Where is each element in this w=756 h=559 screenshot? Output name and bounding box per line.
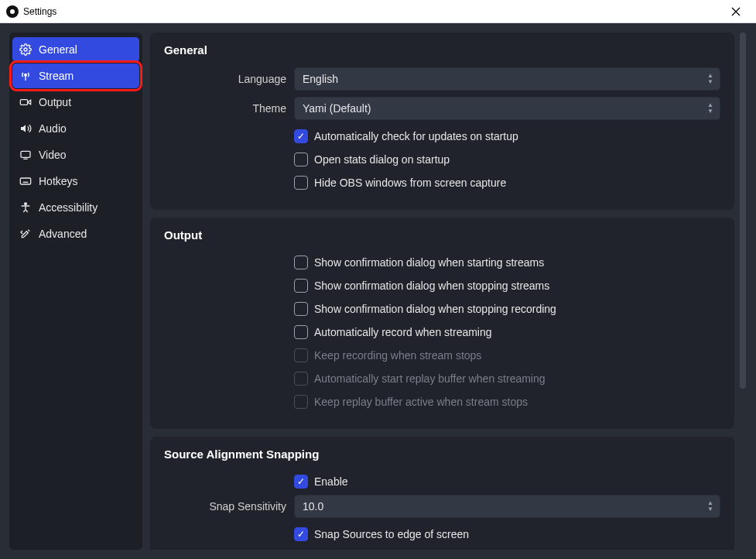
check-row: Open stats dialog on startup <box>164 149 720 170</box>
window-title: Settings <box>23 6 56 17</box>
sidebar-item-audio[interactable]: Audio <box>12 116 139 141</box>
gear-icon <box>19 43 32 56</box>
panel-snapping: Source Alignment Snapping ✓Enable Snap S… <box>150 437 734 550</box>
sidebar-item-label: Stream <box>39 70 74 82</box>
panel-title-general: General <box>164 43 720 57</box>
svg-rect-5 <box>21 151 30 157</box>
updown-icon[interactable] <box>704 497 717 516</box>
check-label: Show confirmation dialog when starting s… <box>314 256 544 269</box>
sidebar-item-label: Advanced <box>39 228 87 240</box>
settings-scroll: General Language English Theme Yami <box>150 33 734 550</box>
label-theme: Theme <box>164 102 286 115</box>
select-theme-value: Yami (Default) <box>303 102 371 115</box>
camera-icon <box>19 96 32 108</box>
check-label: Automatically record when streaming <box>314 326 492 338</box>
keyboard-icon <box>19 175 32 187</box>
sidebar-item-hotkeys[interactable]: Hotkeys <box>12 169 139 194</box>
checkbox[interactable]: ✓ <box>294 129 308 143</box>
check-label: Hide OBS windows from screen capture <box>314 177 506 189</box>
check-row: ✓Snap Sources to edge of screen <box>164 524 720 544</box>
check-row: Show confirmation dialog when stopping s… <box>164 276 720 296</box>
checkbox[interactable] <box>294 302 308 316</box>
speaker-icon <box>19 122 32 135</box>
check-row: Show confirmation dialog when stopping r… <box>164 299 720 319</box>
panel-title-snapping: Source Alignment Snapping <box>164 448 720 461</box>
sidebar-item-label: Output <box>39 96 71 108</box>
check-label: Automatically check for updates on start… <box>314 130 518 142</box>
updown-icon <box>704 99 717 118</box>
input-snap-sensitivity[interactable]: 10.0 <box>294 495 720 518</box>
panel-title-output: Output <box>164 228 720 242</box>
checkbox[interactable] <box>294 153 308 166</box>
sidebar: GeneralStreamOutputAudioVideoHotkeysAcce… <box>9 33 142 550</box>
svg-point-13 <box>25 203 27 205</box>
close-button[interactable] <box>720 0 751 23</box>
check-label: Keep recording when stream stops <box>314 349 481 362</box>
svg-point-0 <box>24 48 27 51</box>
sidebar-item-label: General <box>39 43 77 56</box>
settings-body: GeneralStreamOutputAudioVideoHotkeysAcce… <box>0 23 756 559</box>
check-label: Open stats dialog on startup <box>314 153 450 166</box>
check-row: Automatically record when streaming <box>164 322 720 342</box>
select-language-value: English <box>303 73 338 85</box>
checkbox[interactable]: ✓ <box>294 475 308 489</box>
check-row: ✓Snap Sources to other sources <box>164 547 720 550</box>
row-snap-sensitivity: Snap Sensitivity 10.0 <box>164 495 720 518</box>
sidebar-item-general[interactable]: General <box>12 37 139 62</box>
sidebar-item-accessibility[interactable]: Accessibility <box>12 195 139 220</box>
check-label: Snap Sources to edge of screen <box>314 528 469 540</box>
row-language: Language English <box>164 67 720 91</box>
close-icon <box>731 7 741 16</box>
monitor-icon <box>19 149 32 161</box>
select-theme[interactable]: Yami (Default) <box>294 97 720 120</box>
antenna-icon <box>19 70 32 82</box>
sidebar-item-advanced[interactable]: Advanced <box>12 221 139 246</box>
svg-point-1 <box>25 74 27 76</box>
check-row: ✓Enable <box>164 472 720 492</box>
checkbox[interactable] <box>294 279 308 293</box>
sidebar-item-label: Video <box>39 149 67 161</box>
sidebar-item-label: Hotkeys <box>39 175 78 187</box>
sidebar-item-label: Audio <box>39 122 67 135</box>
check-row: Keep replay buffer active when stream st… <box>164 392 720 412</box>
check-label: Automatically start replay buffer when s… <box>314 372 546 385</box>
label-snap-sensitivity: Snap Sensitivity <box>164 500 286 513</box>
scrollbar[interactable] <box>739 33 747 550</box>
check-label: Show confirmation dialog when stopping s… <box>314 280 549 292</box>
scrollbar-thumb[interactable] <box>740 33 746 389</box>
check-row: Keep recording when stream stops <box>164 345 720 365</box>
checkbox[interactable]: ✓ <box>294 527 308 541</box>
sidebar-item-label: Accessibility <box>39 201 97 214</box>
check-row: Automatically start replay buffer when s… <box>164 369 720 389</box>
checkbox <box>294 348 308 362</box>
check-row: Hide OBS windows from screen capture <box>164 173 720 193</box>
snap-sensitivity-value: 10.0 <box>303 500 323 513</box>
app-icon <box>6 5 19 18</box>
label-language: Language <box>164 73 286 85</box>
check-label: Show confirmation dialog when stopping r… <box>314 303 556 315</box>
checkbox <box>294 372 308 386</box>
checkbox <box>294 395 308 409</box>
checkbox[interactable] <box>294 325 308 339</box>
sidebar-item-video[interactable]: Video <box>12 142 139 167</box>
check-row: Show confirmation dialog when starting s… <box>164 252 720 273</box>
check-label: Keep replay buffer active when stream st… <box>314 396 528 408</box>
check-row: ✓Automatically check for updates on star… <box>164 126 720 146</box>
sidebar-item-output[interactable]: Output <box>12 90 139 115</box>
checkbox[interactable] <box>294 176 308 190</box>
tools-icon <box>19 228 32 240</box>
content-area: General Language English Theme Yami <box>150 33 747 550</box>
checkbox[interactable] <box>294 255 308 269</box>
select-language[interactable]: English <box>294 67 720 91</box>
accessibility-icon <box>19 201 32 214</box>
row-theme: Theme Yami (Default) <box>164 97 720 120</box>
updown-icon <box>704 70 717 88</box>
sidebar-item-stream[interactable]: Stream <box>12 63 139 88</box>
svg-rect-7 <box>20 178 30 184</box>
svg-rect-3 <box>20 100 27 105</box>
panel-general: General Language English Theme Yami <box>150 33 734 210</box>
panel-output: Output Show confirmation dialog when sta… <box>150 218 734 429</box>
check-label: Enable <box>314 475 348 488</box>
titlebar: Settings <box>0 0 756 23</box>
